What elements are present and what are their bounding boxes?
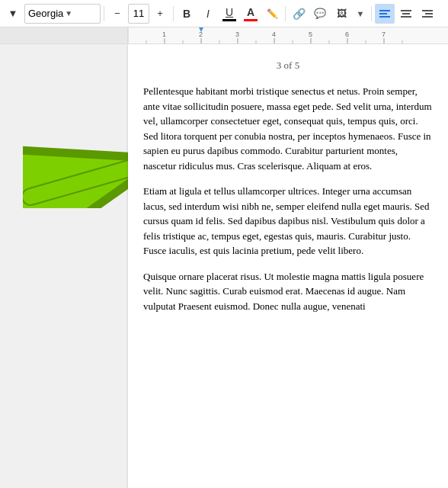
align-center-icon xyxy=(400,8,412,20)
align-right-button[interactable] xyxy=(418,4,437,24)
svg-text:2: 2 xyxy=(199,30,203,38)
more-options-button[interactable]: ▼ xyxy=(353,4,368,24)
font-size-area: − + xyxy=(107,4,170,24)
paragraph-3: Quisque ornare placerat risus. Ut molest… xyxy=(143,269,433,314)
svg-rect-6 xyxy=(422,10,433,11)
svg-rect-7 xyxy=(425,13,433,14)
paragraph-1-text: Pellentesque habitant morbi tristique se… xyxy=(143,84,433,173)
font-family-label: Georgia xyxy=(28,8,63,19)
svg-text:1: 1 xyxy=(162,30,166,38)
underline-button[interactable]: U xyxy=(219,4,239,24)
paragraph-1: Pellentesque habitant morbi tristique se… xyxy=(143,84,433,173)
page-indicator: 3 of 5 xyxy=(143,59,433,72)
svg-rect-10 xyxy=(0,27,128,44)
image-button[interactable]: 🖼 xyxy=(331,4,351,24)
svg-rect-1 xyxy=(379,13,387,14)
svg-rect-0 xyxy=(379,10,390,11)
font-family-dropdown[interactable]: Georgia ▼ xyxy=(24,4,101,24)
align-center-button[interactable] xyxy=(396,4,416,24)
svg-text:7: 7 xyxy=(382,30,386,38)
underline-color-bar xyxy=(222,19,236,21)
svg-text:5: 5 xyxy=(309,30,312,38)
svg-text:3: 3 xyxy=(235,30,239,38)
paragraph-2: Etiam at ligula et tellus ullamcorper ul… xyxy=(143,184,433,258)
highlight-button[interactable]: ✏️ xyxy=(262,4,282,24)
divider-1 xyxy=(104,6,104,21)
ruler-svg: 1 2 3 4 5 6 7 xyxy=(0,27,448,44)
toolbar: ▼ Georgia ▼ − + B I U A ✏️ 🔗 💬 🖼 ▼ xyxy=(0,0,448,27)
increase-font-button[interactable]: + xyxy=(150,4,170,24)
align-left-button[interactable] xyxy=(375,4,395,24)
svg-rect-4 xyxy=(402,13,410,14)
document-page: 3 of 5 Pellentesque habitant morbi trist… xyxy=(128,44,448,488)
svg-rect-3 xyxy=(401,10,411,11)
paragraph-2-text: Etiam at ligula et tellus ullamcorper ul… xyxy=(143,184,433,258)
paragraph-3-text: Quisque ornare placerat risus. Ut molest… xyxy=(143,269,433,314)
align-left-icon xyxy=(379,8,391,20)
divider-3 xyxy=(285,6,286,21)
bold-button[interactable]: B xyxy=(177,4,197,24)
font-size-input[interactable] xyxy=(128,4,149,24)
document-area: 3 of 5 Pellentesque habitant morbi trist… xyxy=(0,44,448,488)
svg-text:4: 4 xyxy=(272,30,276,38)
svg-rect-5 xyxy=(401,16,411,18)
svg-rect-2 xyxy=(379,16,390,18)
text-color-button[interactable]: A xyxy=(241,4,261,24)
underline-label: U xyxy=(226,6,233,18)
align-right-icon xyxy=(421,8,434,20)
divider-2 xyxy=(173,6,174,21)
decrease-font-button[interactable]: − xyxy=(107,4,127,24)
italic-button[interactable]: I xyxy=(198,4,218,24)
svg-text:6: 6 xyxy=(345,30,349,38)
svg-rect-8 xyxy=(422,16,433,18)
ruler: 1 2 3 4 5 6 7 xyxy=(0,27,448,44)
highlight-icon: ✏️ xyxy=(267,8,278,19)
link-button[interactable]: 🔗 xyxy=(289,4,309,24)
left-margin xyxy=(0,44,128,488)
text-color-bar xyxy=(244,19,258,21)
divider-4 xyxy=(371,6,372,21)
comment-button[interactable]: 💬 xyxy=(310,4,330,24)
text-color-label: A xyxy=(247,6,254,18)
font-family-chevron-icon: ▼ xyxy=(65,9,97,18)
font-list-back-button[interactable]: ▼ xyxy=(3,4,23,24)
